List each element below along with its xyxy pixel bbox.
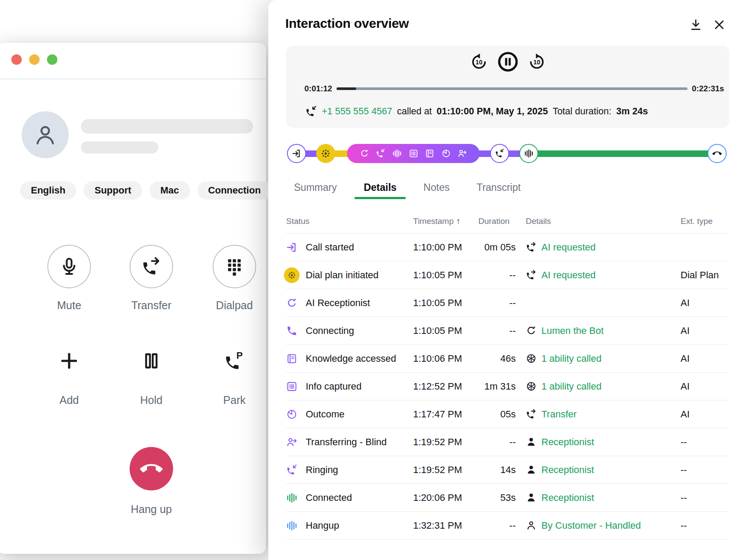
timeline-dial-plan-node[interactable] xyxy=(316,144,335,163)
close-icon xyxy=(713,18,726,31)
status-cell: Connecting xyxy=(286,325,413,337)
status-label: AI Receptionist xyxy=(306,297,370,309)
dialpad-button[interactable] xyxy=(213,245,256,288)
table-row: Outcome1:17:47 PM05sTransferAI xyxy=(286,400,729,428)
duration-cell: -- xyxy=(478,520,516,531)
details-cell[interactable]: By Customer - Handled xyxy=(526,520,681,531)
timeline-connected-node[interactable] xyxy=(519,144,538,163)
rewind-10-icon xyxy=(470,53,488,71)
close-window-button[interactable] xyxy=(11,54,22,65)
table-row: Info captured1:12:52 PM1m 31s1 ability c… xyxy=(286,373,729,400)
timeline-ai-phase[interactable] xyxy=(347,144,480,163)
timestamp-cell: 1:19:52 PM xyxy=(413,464,478,476)
table-row: Transferring - Blind1:19:52 PM--Receptio… xyxy=(286,428,729,456)
details-label: 1 ability called xyxy=(541,353,601,364)
timestamp-cell: 1:12:52 PM xyxy=(413,381,478,392)
timeline-hangup-node[interactable] xyxy=(708,144,727,163)
header-duration[interactable]: Duration xyxy=(478,217,516,226)
table-row: Ringing1:19:52 PM14sReceptionist-- xyxy=(286,456,729,484)
timeline-call-started-node[interactable] xyxy=(287,144,306,163)
details-cell[interactable]: Lumen the Bot xyxy=(526,325,681,337)
details-cell[interactable]: 1 ability called xyxy=(526,353,681,364)
details-cell[interactable]: AI requested xyxy=(526,242,681,253)
header-status[interactable]: Status xyxy=(286,217,413,226)
timestamp-cell: 1:10:00 PM xyxy=(413,242,478,253)
duration-cell: 46s xyxy=(478,353,516,364)
details-label: Transfer xyxy=(541,409,577,420)
pie-chart-icon xyxy=(441,149,451,158)
details-label: Receptionist xyxy=(541,437,594,448)
phone-glyph xyxy=(286,325,297,337)
ext-type-cell: AI xyxy=(681,325,729,337)
add-button[interactable] xyxy=(47,348,91,374)
details-cell[interactable]: 1 ability called xyxy=(526,381,681,392)
details-cell[interactable]: Receptionist xyxy=(526,464,681,476)
incoming-call-icon xyxy=(495,149,504,158)
tab-notes[interactable]: Notes xyxy=(424,177,450,197)
forward-10-button[interactable] xyxy=(527,53,546,71)
tab-summary[interactable]: Summary xyxy=(294,177,337,197)
details-cell[interactable]: Transfer xyxy=(526,409,681,420)
person-fill-icon xyxy=(526,437,537,447)
status-cell: Transferring - Blind xyxy=(286,437,413,448)
hang-up-button[interactable] xyxy=(130,447,173,490)
ext-type-cell: AI xyxy=(681,381,729,392)
dialpad-icon xyxy=(224,257,244,277)
hold-button[interactable] xyxy=(130,348,173,374)
dial-plan-dots-icon xyxy=(320,148,331,159)
incoming-call-icon xyxy=(376,149,385,158)
dial-plan-dots-glyph xyxy=(287,270,297,280)
caller-name-placeholder xyxy=(81,119,253,133)
minimize-window-button[interactable] xyxy=(29,54,40,65)
duration-cell: 05s xyxy=(478,409,516,420)
park-button[interactable] xyxy=(213,348,256,374)
rewind-10-button[interactable] xyxy=(470,53,488,71)
details-cell[interactable]: Receptionist xyxy=(526,437,681,448)
tab-transcript[interactable]: Transcript xyxy=(477,177,521,197)
panel-title: Interaction overview xyxy=(285,16,409,31)
header-ext-type[interactable]: Ext. type xyxy=(681,217,729,226)
duration-cell: 0m 05s xyxy=(478,242,516,253)
pause-button[interactable] xyxy=(497,51,519,73)
plus-icon xyxy=(59,350,80,371)
total-time: 0:22:31s xyxy=(692,84,724,93)
person-icon xyxy=(32,122,58,148)
table-row: Connected1:20:06 PM53sReceptionist-- xyxy=(286,484,729,512)
download-button[interactable] xyxy=(688,17,703,32)
status-label: Hangup xyxy=(306,520,339,531)
call-window: EnglishSupportMacConnection MuteTransfer… xyxy=(0,43,266,554)
zoom-window-button[interactable] xyxy=(47,54,57,65)
status-cell: Hangup xyxy=(286,520,413,531)
ext-type-cell: Dial Plan xyxy=(681,270,729,281)
person-fill-glyph xyxy=(526,437,537,447)
timestamp-cell: 1:19:52 PM xyxy=(413,437,478,448)
header-timestamp[interactable]: Timestamp↑ xyxy=(413,217,478,226)
progress-bar[interactable] xyxy=(337,87,688,90)
mute-button[interactable] xyxy=(47,245,91,288)
transfer-label: Transfer xyxy=(114,299,188,312)
status-label: Connecting xyxy=(306,325,354,337)
book-icon xyxy=(286,353,297,364)
close-panel-button[interactable] xyxy=(712,17,727,32)
traffic-lights xyxy=(11,54,57,65)
table-row: AI Receptionist1:10:05 PM--AI xyxy=(286,289,729,317)
header-details[interactable]: Details xyxy=(526,217,681,226)
details-cell[interactable]: Receptionist xyxy=(526,492,681,503)
mic-icon xyxy=(59,257,79,277)
status-label: Call started xyxy=(306,242,354,253)
phone-fwd-icon xyxy=(526,270,537,280)
duration-cell: 14s xyxy=(478,464,516,476)
phone-fwd-icon xyxy=(141,257,161,277)
status-cell: Outcome xyxy=(286,409,413,420)
tab-details[interactable]: Details xyxy=(364,177,396,197)
tag-mac: Mac xyxy=(150,181,190,200)
add-label: Add xyxy=(32,393,106,407)
person-fill-icon xyxy=(526,492,537,503)
status-cell: AI Receptionist xyxy=(286,297,413,309)
caller-phone-number[interactable]: +1 555 555 4567 xyxy=(322,106,392,117)
timestamp-cell: 1:10:05 PM xyxy=(413,270,478,281)
timestamp-cell: 1:32:31 PM xyxy=(413,520,478,531)
timeline-ringing-node[interactable] xyxy=(490,144,509,163)
details-cell[interactable]: AI requested xyxy=(526,270,681,281)
transfer-button[interactable] xyxy=(130,245,173,288)
